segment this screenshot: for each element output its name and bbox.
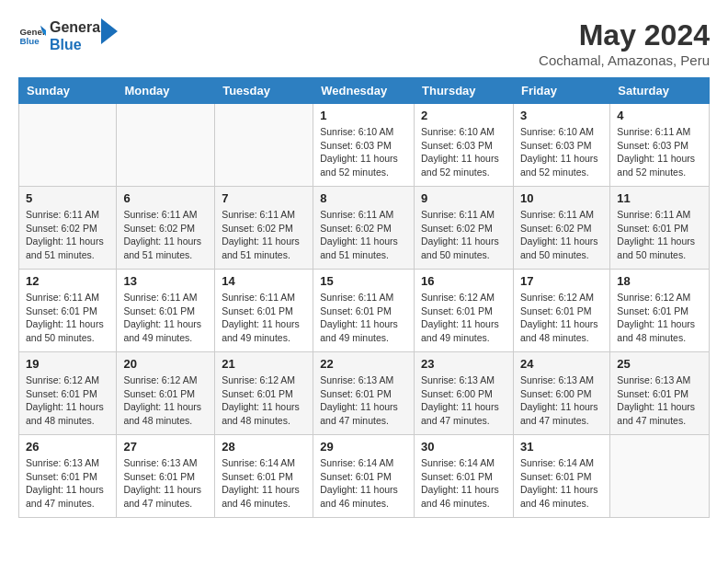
- calendar-cell: 25Sunrise: 6:13 AM Sunset: 6:01 PM Dayli…: [610, 352, 710, 435]
- calendar-cell: 27Sunrise: 6:13 AM Sunset: 6:01 PM Dayli…: [117, 435, 215, 518]
- calendar-cell: 10Sunrise: 6:11 AM Sunset: 6:02 PM Dayli…: [513, 187, 609, 270]
- day-info: Sunrise: 6:12 AM Sunset: 6:01 PM Dayligh…: [123, 373, 208, 428]
- day-number: 28: [222, 440, 306, 454]
- day-number: 22: [320, 357, 407, 371]
- logo-blue: Blue: [50, 36, 105, 53]
- day-number: 20: [123, 357, 208, 371]
- header-monday: Monday: [117, 78, 215, 104]
- day-number: 31: [520, 440, 603, 454]
- day-info: Sunrise: 6:12 AM Sunset: 6:01 PM Dayligh…: [520, 291, 603, 345]
- day-info: Sunrise: 6:13 AM Sunset: 6:00 PM Dayligh…: [520, 373, 603, 428]
- calendar-cell: 1Sunrise: 6:10 AM Sunset: 6:03 PM Daylig…: [313, 104, 415, 187]
- calendar-header-row: Sunday Monday Tuesday Wednesday Thursday…: [19, 78, 710, 104]
- day-info: Sunrise: 6:11 AM Sunset: 6:02 PM Dayligh…: [222, 208, 306, 262]
- calendar-table: Sunday Monday Tuesday Wednesday Thursday…: [18, 77, 710, 518]
- day-number: 23: [421, 357, 506, 371]
- calendar-cell: 6Sunrise: 6:11 AM Sunset: 6:02 PM Daylig…: [117, 187, 215, 270]
- day-number: 14: [222, 274, 306, 288]
- calendar-cell: 19Sunrise: 6:12 AM Sunset: 6:01 PM Dayli…: [19, 352, 117, 435]
- day-number: 17: [520, 274, 603, 288]
- calendar-cell: 28Sunrise: 6:14 AM Sunset: 6:01 PM Dayli…: [215, 435, 313, 518]
- day-number: 4: [617, 109, 702, 122]
- calendar-cell: [610, 435, 710, 518]
- calendar-cell: 16Sunrise: 6:12 AM Sunset: 6:01 PM Dayli…: [415, 270, 514, 352]
- day-info: Sunrise: 6:11 AM Sunset: 6:02 PM Dayligh…: [320, 208, 407, 262]
- calendar-cell: 26Sunrise: 6:13 AM Sunset: 6:01 PM Dayli…: [19, 435, 117, 518]
- day-info: Sunrise: 6:12 AM Sunset: 6:01 PM Dayligh…: [222, 373, 306, 428]
- calendar-week-row-4: 19Sunrise: 6:12 AM Sunset: 6:01 PM Dayli…: [19, 352, 710, 435]
- day-info: Sunrise: 6:11 AM Sunset: 6:01 PM Dayligh…: [123, 291, 208, 345]
- calendar-cell: 13Sunrise: 6:11 AM Sunset: 6:01 PM Dayli…: [117, 270, 215, 352]
- day-info: Sunrise: 6:11 AM Sunset: 6:02 PM Dayligh…: [520, 208, 603, 262]
- day-info: Sunrise: 6:11 AM Sunset: 6:02 PM Dayligh…: [421, 208, 506, 262]
- day-info: Sunrise: 6:11 AM Sunset: 6:03 PM Dayligh…: [617, 125, 702, 179]
- day-number: 1: [320, 109, 407, 122]
- day-number: 7: [222, 191, 306, 205]
- title-section: May 2024 Cochamal, Amazonas, Peru: [539, 18, 710, 68]
- calendar-cell: 7Sunrise: 6:11 AM Sunset: 6:02 PM Daylig…: [215, 187, 313, 270]
- calendar-cell: 3Sunrise: 6:10 AM Sunset: 6:03 PM Daylig…: [513, 104, 609, 187]
- header-saturday: Saturday: [610, 78, 710, 104]
- day-info: Sunrise: 6:12 AM Sunset: 6:01 PM Dayligh…: [617, 291, 702, 345]
- day-number: 12: [26, 274, 109, 288]
- logo-icon: General Blue: [18, 22, 46, 50]
- header-wednesday: Wednesday: [313, 78, 415, 104]
- day-info: Sunrise: 6:11 AM Sunset: 6:01 PM Dayligh…: [320, 291, 407, 345]
- day-number: 26: [26, 440, 109, 454]
- logo: General Blue General Blue: [18, 18, 118, 53]
- day-number: 19: [26, 357, 109, 371]
- day-info: Sunrise: 6:10 AM Sunset: 6:03 PM Dayligh…: [320, 125, 407, 179]
- day-number: 21: [222, 357, 306, 371]
- day-info: Sunrise: 6:11 AM Sunset: 6:02 PM Dayligh…: [123, 208, 208, 262]
- calendar-cell: 31Sunrise: 6:14 AM Sunset: 6:01 PM Dayli…: [513, 435, 609, 518]
- calendar-cell: [19, 104, 117, 187]
- day-info: Sunrise: 6:12 AM Sunset: 6:01 PM Dayligh…: [26, 373, 109, 428]
- calendar-cell: 8Sunrise: 6:11 AM Sunset: 6:02 PM Daylig…: [313, 187, 415, 270]
- day-number: 10: [520, 191, 603, 205]
- day-number: 27: [123, 440, 208, 454]
- location: Cochamal, Amazonas, Peru: [539, 52, 710, 68]
- day-number: 9: [421, 191, 506, 205]
- day-info: Sunrise: 6:13 AM Sunset: 6:00 PM Dayligh…: [421, 373, 506, 428]
- calendar-cell: [117, 104, 215, 187]
- day-info: Sunrise: 6:14 AM Sunset: 6:01 PM Dayligh…: [222, 456, 306, 511]
- day-info: Sunrise: 6:13 AM Sunset: 6:01 PM Dayligh…: [26, 456, 109, 511]
- day-info: Sunrise: 6:11 AM Sunset: 6:01 PM Dayligh…: [26, 291, 109, 345]
- day-info: Sunrise: 6:11 AM Sunset: 6:01 PM Dayligh…: [222, 291, 306, 345]
- day-number: 25: [617, 357, 702, 371]
- day-number: 8: [320, 191, 407, 205]
- day-number: 11: [617, 191, 702, 205]
- calendar-cell: 4Sunrise: 6:11 AM Sunset: 6:03 PM Daylig…: [610, 104, 710, 187]
- calendar-week-row-2: 5Sunrise: 6:11 AM Sunset: 6:02 PM Daylig…: [19, 187, 710, 270]
- calendar-cell: 15Sunrise: 6:11 AM Sunset: 6:01 PM Dayli…: [313, 270, 415, 352]
- calendar-cell: 30Sunrise: 6:14 AM Sunset: 6:01 PM Dayli…: [415, 435, 514, 518]
- day-number: 15: [320, 274, 407, 288]
- day-info: Sunrise: 6:13 AM Sunset: 6:01 PM Dayligh…: [123, 456, 208, 511]
- day-info: Sunrise: 6:12 AM Sunset: 6:01 PM Dayligh…: [421, 291, 506, 345]
- calendar-week-row-3: 12Sunrise: 6:11 AM Sunset: 6:01 PM Dayli…: [19, 270, 710, 352]
- day-number: 3: [520, 109, 603, 122]
- day-info: Sunrise: 6:13 AM Sunset: 6:01 PM Dayligh…: [320, 373, 407, 428]
- day-number: 29: [320, 440, 407, 454]
- calendar-week-row-1: 1Sunrise: 6:10 AM Sunset: 6:03 PM Daylig…: [19, 104, 710, 187]
- svg-text:Blue: Blue: [20, 36, 40, 46]
- logo-general: General: [50, 18, 105, 36]
- header-friday: Friday: [513, 78, 609, 104]
- calendar-cell: 20Sunrise: 6:12 AM Sunset: 6:01 PM Dayli…: [117, 352, 215, 435]
- day-info: Sunrise: 6:10 AM Sunset: 6:03 PM Dayligh…: [520, 125, 603, 179]
- calendar-cell: 29Sunrise: 6:14 AM Sunset: 6:01 PM Dayli…: [313, 435, 415, 518]
- calendar-cell: 24Sunrise: 6:13 AM Sunset: 6:00 PM Dayli…: [513, 352, 609, 435]
- day-info: Sunrise: 6:11 AM Sunset: 6:02 PM Dayligh…: [26, 208, 109, 262]
- calendar-cell: 14Sunrise: 6:11 AM Sunset: 6:01 PM Dayli…: [215, 270, 313, 352]
- day-info: Sunrise: 6:14 AM Sunset: 6:01 PM Dayligh…: [520, 456, 603, 511]
- calendar-cell: [215, 104, 313, 187]
- day-number: 30: [421, 440, 506, 454]
- day-info: Sunrise: 6:10 AM Sunset: 6:03 PM Dayligh…: [421, 125, 506, 179]
- day-number: 16: [421, 274, 506, 288]
- calendar-cell: 21Sunrise: 6:12 AM Sunset: 6:01 PM Dayli…: [215, 352, 313, 435]
- month-title: May 2024: [539, 18, 710, 52]
- day-info: Sunrise: 6:13 AM Sunset: 6:01 PM Dayligh…: [617, 373, 702, 428]
- calendar-cell: 9Sunrise: 6:11 AM Sunset: 6:02 PM Daylig…: [415, 187, 514, 270]
- header-thursday: Thursday: [415, 78, 514, 104]
- day-number: 6: [123, 191, 208, 205]
